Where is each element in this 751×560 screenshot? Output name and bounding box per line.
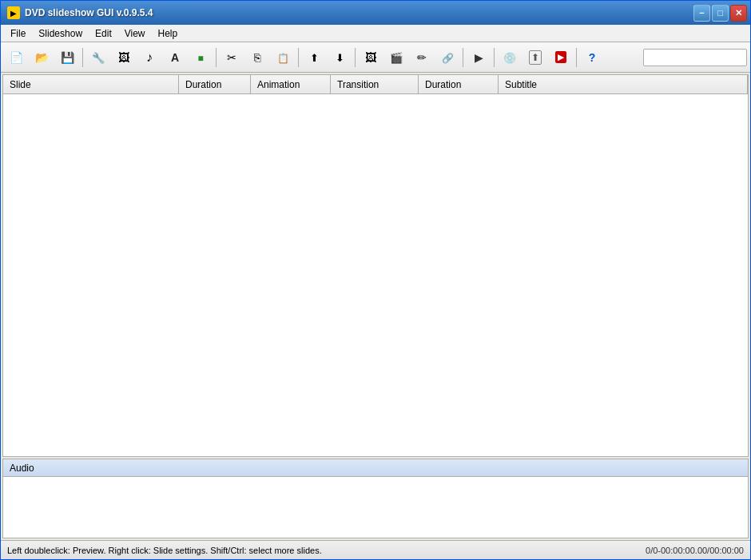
paste-icon bbox=[277, 51, 289, 64]
down-icon bbox=[336, 51, 344, 64]
menu-edit[interactable]: Edit bbox=[89, 26, 118, 41]
settings-icon bbox=[92, 51, 105, 64]
column-header-duration2: Duration bbox=[419, 75, 499, 93]
pencil-button[interactable] bbox=[410, 46, 434, 70]
slide-table-body[interactable] bbox=[3, 94, 748, 456]
settings-button[interactable] bbox=[86, 46, 110, 70]
close-button[interactable]: ✕ bbox=[730, 5, 747, 22]
menu-view[interactable]: View bbox=[118, 26, 152, 41]
maximize-button[interactable]: □ bbox=[712, 5, 729, 22]
text-button[interactable] bbox=[163, 46, 187, 70]
burn-button[interactable] bbox=[498, 46, 522, 70]
separator-2 bbox=[216, 48, 217, 67]
text-icon bbox=[171, 51, 179, 64]
rect-icon bbox=[197, 51, 203, 64]
table-header: Slide Duration Animation Transition Dura… bbox=[3, 75, 748, 94]
video-icon bbox=[390, 51, 403, 64]
menu-file[interactable]: File bbox=[4, 26, 32, 41]
new-icon bbox=[10, 51, 23, 64]
separator-4 bbox=[355, 48, 356, 67]
image-icon bbox=[365, 51, 376, 64]
preview-button[interactable] bbox=[467, 46, 491, 70]
column-header-duration1: Duration bbox=[179, 75, 251, 93]
move-down-button[interactable] bbox=[328, 46, 352, 70]
copy-button[interactable] bbox=[245, 46, 269, 70]
main-window: ▶ DVD slideshow GUI v.0.9.5.4 − □ ✕ File… bbox=[0, 0, 751, 560]
audio-section: Audio bbox=[2, 459, 749, 538]
add-image-button[interactable] bbox=[359, 46, 383, 70]
help-icon bbox=[589, 51, 596, 64]
window-content: Slide Duration Animation Transition Dura… bbox=[1, 73, 750, 540]
toolbar: ⬆ ▶ bbox=[1, 42, 750, 73]
preview-icon bbox=[475, 51, 483, 64]
paste-button[interactable] bbox=[271, 46, 295, 70]
title-bar-left: ▶ DVD slideshow GUI v.0.9.5.4 bbox=[7, 6, 153, 19]
up-icon bbox=[310, 51, 319, 64]
slideshow-icon bbox=[118, 51, 129, 64]
column-header-animation: Animation bbox=[251, 75, 331, 93]
minimize-button[interactable]: − bbox=[693, 5, 710, 22]
move-up-button[interactable] bbox=[302, 46, 326, 70]
pencil-icon bbox=[417, 51, 427, 64]
status-hint: Left doubleclick: Preview. Right click: … bbox=[7, 546, 646, 555]
app-icon: ▶ bbox=[7, 6, 20, 19]
separator-1 bbox=[82, 48, 83, 67]
cut-button[interactable] bbox=[220, 46, 244, 70]
search-input[interactable] bbox=[643, 49, 747, 66]
audio-header: Audio bbox=[3, 459, 748, 477]
slideshow-button[interactable] bbox=[112, 46, 136, 70]
title-bar: ▶ DVD slideshow GUI v.0.9.5.4 − □ ✕ bbox=[1, 1, 750, 25]
youtube-button[interactable]: ▶ bbox=[549, 46, 573, 70]
separator-5 bbox=[463, 48, 463, 67]
column-header-transition: Transition bbox=[331, 75, 419, 93]
chain-button[interactable] bbox=[435, 46, 459, 70]
chain-icon bbox=[442, 51, 454, 64]
menu-help[interactable]: Help bbox=[152, 26, 185, 41]
title-buttons: − □ ✕ bbox=[693, 5, 747, 22]
rect-button[interactable] bbox=[189, 46, 213, 70]
upload-button[interactable]: ⬆ bbox=[523, 46, 547, 70]
burn-icon bbox=[503, 51, 516, 64]
open-icon bbox=[35, 51, 49, 64]
youtube-icon: ▶ bbox=[555, 51, 566, 63]
help-button[interactable] bbox=[580, 46, 604, 70]
audio-label: Audio bbox=[10, 463, 34, 474]
copy-icon bbox=[254, 51, 260, 64]
separator-7 bbox=[576, 48, 577, 67]
cut-icon bbox=[227, 51, 236, 64]
open-button[interactable] bbox=[30, 46, 54, 70]
slide-table-container: Slide Duration Animation Transition Dura… bbox=[2, 74, 749, 457]
music-icon bbox=[146, 50, 153, 65]
upload-icon: ⬆ bbox=[529, 50, 542, 65]
save-button[interactable] bbox=[55, 46, 79, 70]
status-bar: Left doubleclick: Preview. Right click: … bbox=[1, 540, 750, 559]
music-button[interactable] bbox=[137, 46, 161, 70]
status-counter: 0/0-00:00:00.00/00:00:00 bbox=[646, 546, 744, 555]
column-header-slide: Slide bbox=[3, 75, 179, 93]
menu-slideshow[interactable]: Slideshow bbox=[32, 26, 89, 41]
new-button[interactable] bbox=[4, 46, 28, 70]
menu-bar: File Slideshow Edit View Help bbox=[1, 25, 750, 42]
add-video-button[interactable] bbox=[384, 46, 408, 70]
save-icon bbox=[61, 51, 74, 64]
window-title: DVD slideshow GUI v.0.9.5.4 bbox=[25, 7, 153, 18]
separator-6 bbox=[494, 48, 495, 67]
column-header-subtitle: Subtitle bbox=[499, 75, 748, 93]
separator-3 bbox=[298, 48, 299, 67]
